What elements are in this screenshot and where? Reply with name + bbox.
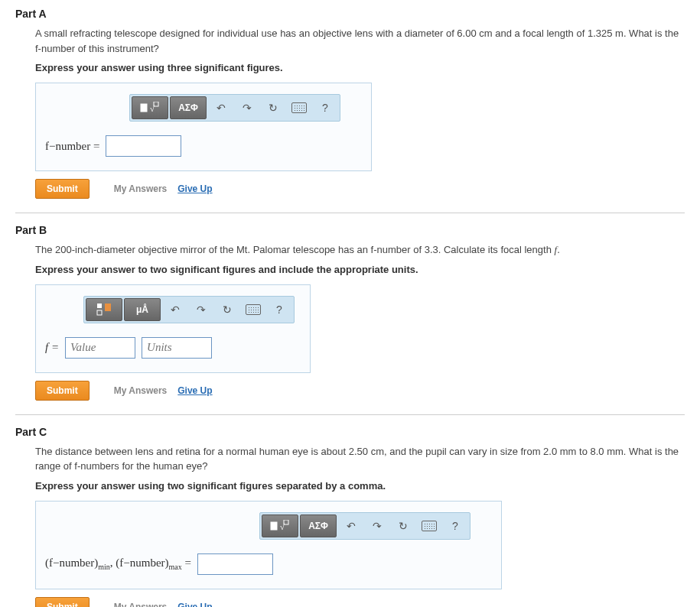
units-template-button[interactable] [86, 298, 122, 321]
svg-rect-6 [271, 522, 277, 530]
part-a-toolbar: √ ΑΣΦ ↶ ↷ ↻ ? [129, 94, 340, 122]
part-b-instruction: Express your answer to two significant f… [35, 264, 685, 275]
units-symbols-button[interactable]: μÅ [124, 298, 161, 321]
part-c-instruction: Express your answer using two significan… [35, 480, 685, 492]
part-c-answer-input[interactable] [197, 553, 273, 575]
reset-button[interactable]: ↻ [214, 298, 240, 321]
submit-button[interactable]: Submit [35, 179, 90, 199]
part-a-answer-box: √ ΑΣΦ ↶ ↷ ↻ ? f−number = [35, 83, 372, 171]
submit-button[interactable]: Submit [35, 597, 90, 608]
part-a: Part A A small refracting telescope desi… [15, 8, 685, 199]
greek-letters-button[interactable]: ΑΣΦ [300, 514, 337, 537]
my-answers-link[interactable]: My Answers [114, 602, 168, 608]
svg-rect-4 [97, 310, 102, 315]
part-a-question: A small refracting telescope designed fo… [35, 26, 685, 56]
hint-button[interactable]: ? [442, 514, 468, 537]
redo-button[interactable]: ↷ [234, 96, 260, 119]
hint-button[interactable]: ? [266, 298, 292, 321]
svg-rect-5 [105, 304, 111, 311]
part-c-answer-label: (f−number)min, (f−number)max = [45, 557, 191, 571]
part-c-title: Part C [15, 426, 685, 438]
svg-text:√: √ [150, 104, 155, 113]
reset-button[interactable]: ↻ [260, 96, 286, 119]
separator [15, 213, 685, 213]
part-b-toolbar: μÅ ↶ ↷ ↻ ? [83, 296, 295, 323]
part-c: Part C The distance between lens and ret… [15, 426, 685, 608]
redo-button[interactable]: ↷ [364, 514, 390, 537]
part-c-toolbar: √ ΑΣΦ ↶ ↷ ↻ ? [259, 512, 470, 540]
undo-button[interactable]: ↶ [162, 298, 188, 321]
give-up-link[interactable]: Give Up [177, 385, 212, 396]
greek-letters-button[interactable]: ΑΣΦ [170, 96, 207, 119]
part-b-units-input[interactable] [142, 337, 212, 359]
part-b-actions: Submit My Answers Give Up [35, 381, 685, 401]
part-b: Part B The 200-inch-diameter objective m… [15, 224, 685, 401]
my-answers-link[interactable]: My Answers [114, 183, 168, 194]
hint-button[interactable]: ? [312, 96, 338, 119]
part-a-title: Part A [15, 8, 685, 20]
redo-button[interactable]: ↷ [188, 298, 214, 321]
svg-text:√: √ [280, 522, 285, 531]
reset-button[interactable]: ↻ [390, 514, 416, 537]
part-b-answer-label: f = [45, 341, 59, 354]
svg-rect-3 [97, 304, 102, 308]
part-a-actions: Submit My Answers Give Up [35, 179, 685, 199]
math-template-button[interactable]: √ [132, 96, 168, 119]
separator [15, 414, 685, 415]
undo-button[interactable]: ↶ [338, 514, 364, 537]
my-answers-link[interactable]: My Answers [114, 385, 168, 396]
svg-rect-0 [141, 104, 147, 112]
part-b-value-input[interactable] [65, 337, 135, 359]
keyboard-button[interactable] [240, 298, 266, 321]
part-b-question: The 200-inch-diameter objective mirror o… [35, 242, 685, 258]
part-a-instruction: Express your answer using three signific… [35, 62, 685, 73]
part-a-answer-label: f−number = [45, 140, 99, 153]
submit-button[interactable]: Submit [35, 381, 90, 401]
part-c-actions: Submit My Answers Give Up [35, 597, 685, 608]
part-c-answer-box: √ ΑΣΦ ↶ ↷ ↻ ? (f−number)min, (f−number)m… [35, 501, 502, 589]
part-a-answer-input[interactable] [106, 135, 181, 157]
give-up-link[interactable]: Give Up [177, 183, 212, 194]
math-template-button[interactable]: √ [262, 514, 298, 537]
give-up-link[interactable]: Give Up [177, 602, 212, 608]
keyboard-button[interactable] [416, 514, 442, 537]
part-b-answer-box: μÅ ↶ ↷ ↻ ? f = [35, 284, 311, 373]
part-b-title: Part B [15, 224, 685, 236]
part-c-question: The distance between lens and retina for… [35, 444, 685, 474]
undo-button[interactable]: ↶ [208, 96, 234, 119]
keyboard-button[interactable] [286, 96, 312, 119]
